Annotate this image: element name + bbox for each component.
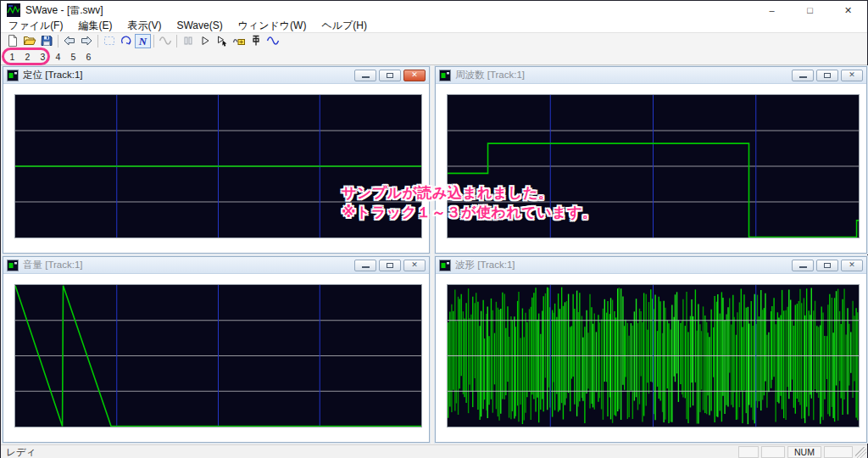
pause-icon[interactable] [180, 34, 197, 48]
app-window: SWave - [雷.swv] – □ ✕ ファイル(F) 編集(E) 表示(V… [0, 0, 868, 458]
chart-window-icon [439, 70, 451, 81]
status-ready-text: レディ [6, 446, 36, 458]
child-window-frequency: 周波数 [Track:1] ✕ [435, 66, 867, 254]
child-window-waveform: 波形 [Track:1] ✕ [435, 256, 867, 443]
child-minimize-button[interactable] [354, 260, 376, 271]
save-file-icon[interactable] [38, 34, 55, 48]
child-restore-button[interactable] [816, 260, 838, 271]
child-titlebar-waveform[interactable]: 波形 [Track:1] ✕ [436, 257, 866, 274]
resize-grip[interactable] [855, 447, 866, 458]
chart-window-icon [7, 70, 19, 81]
child-restore-button[interactable] [816, 70, 838, 81]
mdi-area: 定位 [Track:1] ✕ 周波数 [Track:1] [1, 65, 867, 444]
play-icon[interactable] [197, 34, 214, 48]
menu-bar: ファイル(F) 編集(E) 表示(V) SWave(S) ウィンドウ(W) ヘル… [1, 20, 867, 32]
toolbar-separator [176, 35, 177, 47]
rotate-tool-icon[interactable] [118, 34, 135, 48]
back-arrow-icon[interactable] [61, 34, 78, 48]
child-title-pan: 定位 [Track:1] [23, 69, 83, 81]
status-bar: レディ NUM [1, 444, 867, 458]
pin-tool-icon[interactable] [248, 34, 264, 48]
annotation-text-line2: ※トラック１～３が使われています。 [342, 203, 597, 222]
menu-edit[interactable]: 編集(E) [70, 20, 120, 32]
track-button-5[interactable]: 5 [66, 50, 81, 64]
sine-tool-icon[interactable] [264, 34, 281, 48]
child-restore-button[interactable] [379, 70, 401, 81]
menu-view[interactable]: 表示(V) [120, 20, 169, 32]
chart-window-icon [439, 260, 451, 271]
child-title-waveform: 波形 [Track:1] [455, 259, 515, 271]
new-file-icon[interactable] [4, 34, 21, 48]
toolbar-separator [153, 35, 154, 47]
status-pane-empty [761, 446, 785, 458]
child-titlebar-pan[interactable]: 定位 [Track:1] ✕ [3, 67, 429, 84]
open-file-icon[interactable] [21, 34, 38, 48]
track-button-4[interactable]: 4 [51, 50, 65, 64]
child-close-button[interactable]: ✕ [403, 70, 426, 81]
app-logo-icon [7, 3, 20, 17]
child-body-volume [3, 275, 429, 442]
track-toolbar: 1 2 3 4 5 6 [1, 48, 867, 65]
play-cursor-icon[interactable] [214, 34, 231, 48]
menu-window[interactable]: ウィンドウ(W) [231, 20, 314, 32]
wave-insert-icon[interactable] [231, 34, 248, 48]
select-rectangle-icon[interactable] [101, 34, 118, 48]
status-pane-num: NUM [787, 446, 821, 458]
title-bar[interactable]: SWave - [雷.swv] – □ ✕ [1, 1, 867, 20]
volume-chart[interactable] [14, 284, 422, 427]
track-button-6[interactable]: 6 [81, 50, 96, 64]
window-title: SWave - [雷.swv] [25, 3, 103, 18]
status-pane-empty [738, 446, 759, 458]
sine-tool-disabled-icon[interactable] [157, 34, 174, 48]
main-toolbar: N [1, 32, 867, 48]
annotation-circle-tracks-1-3 [2, 47, 50, 65]
child-titlebar-volume[interactable]: 音量 [Track:1] ✕ [3, 257, 429, 274]
child-minimize-button[interactable] [792, 260, 814, 271]
menu-swave[interactable]: SWave(S) [169, 20, 230, 32]
status-pane-empty [824, 446, 853, 458]
line-tool-icon[interactable]: N [135, 34, 151, 48]
menu-help[interactable]: ヘルプ(H) [314, 20, 375, 32]
child-window-volume: 音量 [Track:1] ✕ [3, 256, 430, 443]
child-title-frequency: 周波数 [Track:1] [455, 69, 525, 81]
child-titlebar-frequency[interactable]: 周波数 [Track:1] ✕ [436, 67, 866, 84]
child-close-button[interactable]: ✕ [841, 70, 863, 81]
child-minimize-button[interactable] [792, 70, 814, 81]
child-close-button[interactable]: ✕ [841, 260, 863, 271]
child-body-pan [3, 85, 429, 253]
toolbar-separator [58, 35, 58, 47]
child-window-pan: 定位 [Track:1] ✕ [3, 66, 430, 254]
child-close-button[interactable]: ✕ [403, 260, 426, 271]
forward-arrow-icon[interactable] [78, 34, 95, 48]
child-body-waveform [436, 275, 866, 442]
close-button[interactable]: ✕ [829, 1, 867, 20]
child-minimize-button[interactable] [354, 70, 376, 81]
menu-file[interactable]: ファイル(F) [1, 20, 70, 32]
child-title-volume: 音量 [Track:1] [23, 259, 83, 271]
waveform-chart[interactable] [447, 284, 860, 427]
toolbar-separator [97, 35, 98, 47]
annotation-text-line1: サンプルが読み込まれました。 [342, 183, 553, 203]
chart-window-icon [7, 260, 19, 271]
child-body-frequency [436, 85, 866, 253]
maximize-button[interactable]: □ [791, 1, 829, 20]
minimize-button[interactable]: – [753, 1, 791, 20]
child-restore-button[interactable] [379, 260, 401, 271]
